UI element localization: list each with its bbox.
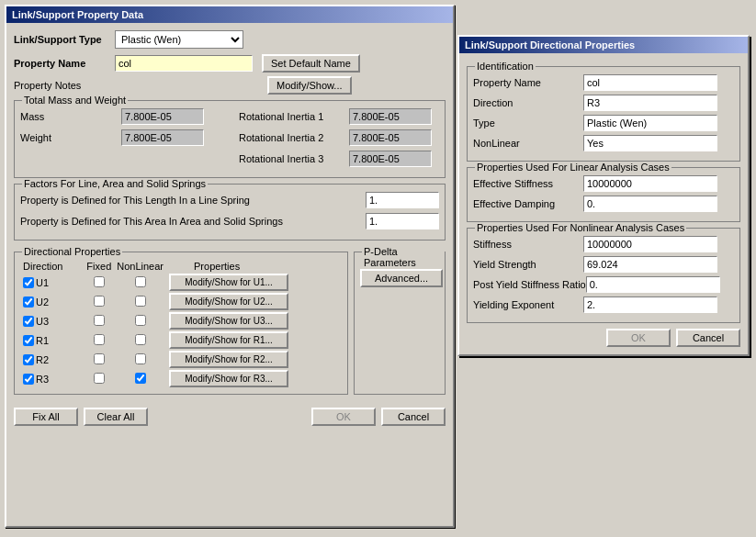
set-default-name-button[interactable]: Set Default Name [262,54,360,73]
yield-strength-input[interactable] [583,256,717,273]
dir-modify-R2[interactable]: Modify/Show for R2... [169,351,288,368]
dir-modify-U3[interactable]: Modify/Show for U3... [169,312,288,330]
line-spring-input[interactable] [366,192,439,208]
yielding-exp-input[interactable] [583,296,717,313]
col-nonlinear: NonLinear [114,260,166,273]
id-type-input[interactable] [583,115,717,131]
post-yield-label: Post Yield Stiffness Ratio [473,279,586,290]
dir-fixed-cell-U2 [84,292,114,311]
id-direction-label: Direction [473,97,583,108]
eff-damping-input[interactable] [583,196,717,212]
window2-title: Link/Support Directional Properties [465,39,635,50]
id-prop-name-label: Property Name [473,77,583,88]
ok-button[interactable]: OK [311,408,376,426]
dir-name-U2: U2 [20,292,84,311]
directional-title: Directional Properties [22,246,122,257]
dir-nonlinear-U1[interactable] [135,276,146,287]
rot-inertia-2-label: Rotational Inertia 2 [239,132,349,143]
table-row: R3 Modify/Show for R3... [20,369,342,388]
identification-group: Identification Property Name Direction T… [467,66,740,162]
rot-inertia-2-input[interactable] [349,129,432,146]
table-row: U3 Modify/Show for U3... [20,311,342,330]
window-directional-properties: Link/Support Directional Properties Iden… [457,35,750,356]
dir-name-R3: R3 [20,369,84,388]
directional-table: Direction Fixed NonLinear Properties U1 [20,260,342,388]
area-spring-input[interactable] [366,213,439,229]
window2-ok-button[interactable]: OK [606,329,671,347]
weight-input[interactable] [121,129,204,146]
eff-stiffness-label: Effective Stiffness [473,178,583,189]
dir-fixed-cell-R3 [84,369,114,388]
dir-modify-R1[interactable]: Modify/Show for R1... [169,331,288,349]
dir-enabled-R3[interactable] [23,374,34,385]
dir-enabled-R1[interactable] [23,335,34,346]
dir-modify-U1[interactable]: Modify/Show for U1... [169,274,288,291]
total-mass-weight-title: Total Mass and Weight [22,95,128,106]
dir-btn-cell-R2: Modify/Show for R2... [166,350,342,369]
line-spring-label: Property is Defined for This Length In a… [20,195,366,206]
window1-title-bar: Link/Support Property Data [6,6,453,23]
dir-fixed-R3[interactable] [94,373,105,384]
rot-inertia-1-label: Rotational Inertia 1 [239,111,349,122]
dir-modify-U2[interactable]: Modify/Show for U2... [169,293,288,310]
dir-enabled-R2[interactable] [23,354,34,365]
dir-fixed-U2[interactable] [94,296,105,307]
pdelta-title: P-Delta Parameters [362,246,445,268]
rot-inertia-1-input[interactable] [349,108,432,125]
stiffness-input[interactable] [583,236,717,252]
clear-all-button[interactable]: Clear All [84,408,148,426]
weight-label: Weight [20,132,121,143]
id-prop-name-input[interactable] [583,74,717,91]
eff-stiffness-input[interactable] [583,175,717,192]
dir-fixed-U1[interactable] [94,276,105,287]
link-support-type-label: Link/Support Type [14,34,115,45]
id-nonlinear-input[interactable] [583,135,717,151]
modify-show-button[interactable]: Modify/Show... [267,76,352,95]
dir-fixed-R1[interactable] [94,334,105,345]
directional-properties-group: Directional Properties Direction Fixed N… [14,252,348,395]
dir-nonlinear-cell-U1 [114,273,166,292]
table-row: U1 Modify/Show for U1... [20,273,342,292]
dir-nonlinear-R2[interactable] [135,353,146,364]
dir-nonlinear-R1[interactable] [135,334,146,345]
fix-all-button[interactable]: Fix All [14,408,78,426]
dir-enabled-U3[interactable] [23,316,34,327]
dir-fixed-R2[interactable] [94,353,105,364]
dir-nonlinear-cell-R3 [114,369,166,388]
linear-cases-title: Properties Used For Linear Analysis Case… [475,162,671,173]
dir-nonlinear-R3[interactable] [135,373,146,384]
dir-fixed-cell-R1 [84,330,114,350]
col-fixed: Fixed [84,260,114,273]
post-yield-input[interactable] [586,276,720,293]
dir-fixed-cell-U1 [84,273,114,292]
dir-enabled-U1[interactable] [23,277,34,288]
dir-nonlinear-cell-U3 [114,311,166,330]
dir-nonlinear-U2[interactable] [135,296,146,307]
cancel-button[interactable]: Cancel [381,408,446,426]
dir-name-U3: U3 [20,311,84,330]
id-direction-input[interactable] [583,95,717,111]
factors-group: Factors For Line, Area and Solid Springs… [14,184,446,241]
nonlinear-cases-group: Properties Used For Nonlinear Analysis C… [467,228,740,323]
property-name-input[interactable] [115,55,253,72]
id-type-label: Type [473,117,583,129]
col-properties: Properties [166,260,342,273]
id-nonlinear-label: NonLinear [473,138,583,149]
table-row: R1 Modify/Show for R1... [20,330,342,350]
link-support-type-select[interactable]: Plastic (Wen) [115,30,243,49]
property-notes-label: Property Notes [14,80,115,91]
dir-btn-cell-U2: Modify/Show for U2... [166,292,342,311]
dir-nonlinear-U3[interactable] [135,315,146,326]
factors-title: Factors For Line, Area and Solid Springs [22,178,208,189]
dir-modify-R3[interactable]: Modify/Show for R3... [169,370,288,387]
mass-label: Mass [20,111,121,122]
rot-inertia-3-input[interactable] [349,151,432,167]
window2-cancel-button[interactable]: Cancel [676,329,740,347]
dir-fixed-U3[interactable] [94,315,105,326]
dir-nonlinear-cell-R1 [114,330,166,350]
dir-enabled-U2[interactable] [23,296,34,308]
dir-nonlinear-cell-U2 [114,292,166,311]
mass-input[interactable] [121,108,204,125]
advanced-button[interactable]: Advanced... [360,269,443,287]
table-row: U2 Modify/Show for U2... [20,292,342,311]
